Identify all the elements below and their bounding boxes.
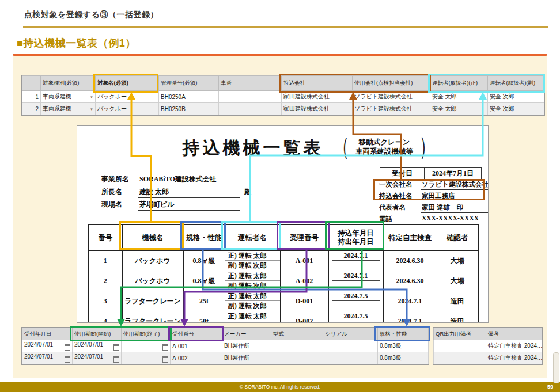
doc-col-spec: 規格・性能 (183, 224, 225, 251)
cell-period-end[interactable] (122, 340, 171, 352)
registration-grid: 対象種別(必須) 対象名(必須) 管理番号(必須) 車番 持込会社 使用会社(点… (22, 75, 544, 115)
cell-target-name[interactable]: バックホー (96, 103, 159, 115)
cell-qr-remarks[interactable] (434, 340, 486, 352)
col-header-spec: 規格・性能 (378, 328, 429, 340)
doc-cell-inspection: 2024.7.1 (383, 311, 437, 324)
cell-model[interactable] (271, 340, 323, 352)
cell-reception-no[interactable]: A-002 (171, 352, 222, 364)
col-header-reception-no: 受付番号 (171, 328, 222, 340)
calendar-icon[interactable] (113, 344, 119, 351)
cell-bring-company[interactable]: 家田建設株式会社 (282, 91, 353, 103)
footer-bar: © SORABITO inc. All rights reserved. 59 (0, 382, 560, 392)
cell-reception-no[interactable]: A-001 (171, 340, 222, 352)
remarks-grid-row: 特定自主検査 2024.… (434, 340, 542, 352)
machine-list-row: 3 ラフタークレーン 25t 正) 運転 太郎副) 運転 次郎 D-001 20… (88, 291, 478, 311)
page-title: 点検対象を登録する③（一括登録） (24, 10, 158, 20)
slide-left-edge (5, 0, 5, 382)
cell-spec[interactable]: 0.8m3級 (378, 352, 429, 364)
calendar-icon[interactable] (65, 344, 70, 351)
cell-operator-main[interactable]: 安全 太郎 (430, 91, 488, 103)
dropdown-caret-icon[interactable]: ▼ (90, 96, 93, 99)
doc-cell-inspection: 2024.6.30 (383, 271, 437, 291)
cell-rownum: 2 (22, 103, 41, 115)
cell-maker[interactable]: BH製作所 (222, 352, 271, 364)
cell-operator-sub[interactable]: 安全 次郎 (488, 103, 544, 115)
cell-serial[interactable] (323, 352, 378, 364)
cell-mgmt-no[interactable]: BH0250A (159, 91, 219, 103)
cell-target-name[interactable]: バックホー (96, 91, 159, 103)
cell-operator-main[interactable]: 安全 太郎 (430, 103, 488, 115)
cell-target-type[interactable]: 車両系建機▼ (41, 103, 96, 115)
cell-target-type[interactable]: 車両系建機▼ (41, 91, 96, 103)
document-title: 持込機械一覧表 (167, 136, 339, 160)
entry-grid-row: 2024/07/01 2024/07/01 A-001 BH製作所 0.8m3級 (22, 340, 429, 352)
scrollbar-thumb[interactable] (553, 352, 559, 383)
cell-remarks[interactable]: 特定自主検査 2024.… (486, 352, 542, 364)
col-header-use-company: 使用会社(点検担当会社) (353, 76, 430, 91)
doc-cell-spec: 25t (183, 291, 225, 311)
doc-cell-dates: 2024.7.5 (328, 311, 383, 324)
doc-cell-no: 4 (88, 311, 122, 324)
bring-company-label: 持込会社名 (379, 192, 421, 201)
cell-qr-remarks[interactable] (434, 352, 486, 364)
col-header-target-name: 対象名(必須) (96, 76, 159, 91)
cell-car-no[interactable] (219, 103, 282, 115)
doc-col-confirmer: 確認者 (437, 224, 478, 251)
section-title: ■持込機械一覧表（例1） (17, 36, 136, 50)
company-info-block: 一次会社名ソラビト建設株式会社 持込会社名家田工務店 代表者名家田 達雄 印 電… (379, 180, 489, 225)
cell-maker[interactable]: BH製作所 (222, 340, 271, 352)
cell-mgmt-no[interactable]: BH0250B (159, 103, 219, 115)
col-header-model: 型式 (271, 328, 323, 340)
doc-cell-confirmer: 大場 (437, 251, 478, 271)
col-header-period-end: 使用期間(終了) (122, 328, 171, 340)
machine-list-table: 番号 機械名 規格・性能 運転者名 受理番号 持込年月日持出年月日 特定自主検査… (88, 224, 479, 323)
doc-cell-operator: 正) 運転 太郎副) 運転 次郎 (225, 251, 280, 271)
col-header-maker: メーカー (222, 328, 271, 340)
calendar-icon[interactable] (162, 344, 168, 351)
cell-model[interactable] (271, 352, 323, 364)
cell-period-end[interactable] (122, 352, 171, 364)
cell-use-company[interactable]: ソラビト建設株式会社 (353, 91, 430, 103)
doc-cell-confirmer: 造田 (437, 311, 478, 324)
remarks-grid-header-row: QR出力用備考 備考 (434, 328, 542, 340)
calendar-icon[interactable] (65, 356, 70, 363)
cell-reception-date[interactable]: 2024/07/01 (22, 352, 73, 364)
cell-serial[interactable] (323, 340, 378, 352)
doc-cell-number: D-002 (280, 311, 328, 324)
doc-col-no: 番号 (88, 224, 122, 251)
cell-spec[interactable]: 0.8m3級 (378, 340, 429, 352)
cell-period-start[interactable]: 2024/07/01 (73, 340, 122, 352)
doc-cell-operator: 正) 運転 太郎副) 運転 次郎 (225, 271, 280, 291)
dropdown-caret-icon[interactable]: ▼ (90, 108, 93, 111)
cell-use-company[interactable]: ソラビト建設株式会社 (353, 103, 430, 115)
open-paren: （ (334, 134, 349, 159)
office-name-label: 事業所名 (101, 174, 138, 185)
remarks-grid: QR出力用備考 備考 特定自主検査 2024.… 特定自主検査 2024.… (433, 328, 542, 364)
site-name-label: 現場名 (101, 200, 138, 211)
bracket-note-line2: 車両系建設機械等 (355, 147, 413, 155)
manager-name-value: 建設 太郎 (138, 187, 240, 198)
calendar-icon[interactable] (113, 356, 119, 363)
honorific: 殿 (244, 187, 251, 198)
cell-bring-company[interactable]: 家田建設株式会社 (282, 103, 353, 115)
col-header-bring-company: 持込会社 (282, 76, 353, 91)
doc-cell-machine: ラフタークレーン (122, 311, 183, 324)
doc-cell-spec: 0.8㎥級 (183, 251, 225, 271)
cell-operator-sub[interactable]: 安全 次郎 (488, 91, 544, 103)
calendar-icon[interactable] (162, 356, 168, 363)
doc-cell-number: A-002 (280, 271, 328, 291)
entry-grid-row: 2024/07/01 2024/07/01 A-002 BH製作所 0.8m3級 (22, 352, 429, 364)
doc-cell-confirmer: 造田 (437, 291, 478, 311)
doc-cell-machine: ラフタークレーン (122, 291, 183, 311)
section-underline (13, 54, 547, 56)
page-number: 59 (547, 382, 553, 392)
col-header-serial: シリアル (323, 328, 378, 340)
office-name-value: SORABiTO建設株式会社 (138, 174, 240, 185)
doc-cell-dates: 2024.7.1 (328, 251, 383, 271)
cell-car-no[interactable] (219, 91, 282, 103)
cell-remarks[interactable]: 特定自主検査 2024.… (486, 340, 542, 352)
cell-reception-date[interactable]: 2024/07/01 (22, 340, 73, 352)
cell-period-start[interactable]: 2024/07/01 (73, 352, 122, 364)
registration-grid-header-row: 対象種別(必須) 対象名(必須) 管理番号(必須) 車番 持込会社 使用会社(点… (22, 76, 544, 91)
title-underline (23, 26, 548, 28)
